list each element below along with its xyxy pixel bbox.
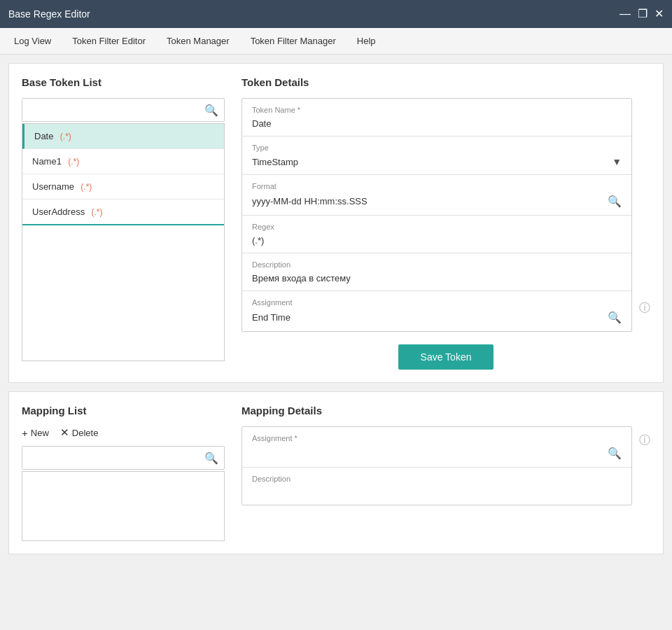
app-title: Base Regex Editor — [8, 8, 90, 20]
token-name-input[interactable] — [252, 118, 622, 129]
title-bar: Base Regex Editor — ❐ ✕ — [0, 0, 672, 28]
token-details-box: Token Name * Type TimeStamp ▼ — [241, 98, 632, 332]
token-name-value — [252, 118, 622, 129]
token-section: Base Token List 🔍 Date (.*) Name1 (.*) U… — [8, 63, 664, 383]
save-token-button[interactable]: Save Token — [398, 344, 494, 370]
menu-token-filter-editor[interactable]: Token Filter Editor — [72, 36, 146, 46]
token-details-panel: Token Details Token Name * Type Ti — [241, 76, 650, 370]
menu-help[interactable]: Help — [357, 36, 376, 46]
maximize-button[interactable]: ❐ — [638, 8, 648, 20]
mapping-search-input[interactable] — [28, 453, 204, 463]
mapping-assignment-value: 🔍 — [252, 447, 622, 460]
mapping-description-label: Description — [252, 475, 622, 483]
token-search-input[interactable] — [28, 105, 204, 115]
mapping-details-box: Assignment * 🔍 Description — [241, 426, 632, 505]
mapping-delete-button[interactable]: ✕ Delete — [60, 426, 99, 439]
mapping-search-box: 🔍 — [22, 446, 225, 470]
token-assignment-search-icon[interactable]: 🔍 — [608, 311, 622, 324]
delete-label: Delete — [72, 428, 99, 438]
new-icon: + — [22, 427, 28, 439]
token-badge-username: (.*) — [78, 182, 92, 192]
token-format-search-icon[interactable]: 🔍 — [608, 195, 622, 208]
mapping-actions: + New ✕ Delete — [22, 426, 225, 439]
token-type-value: TimeStamp ▼ — [252, 156, 622, 167]
mapping-assignment-input[interactable] — [252, 448, 608, 458]
token-badge-useraddress: (.*) — [89, 207, 102, 217]
token-description-info-icon[interactable]: ⓘ — [639, 301, 650, 316]
token-name-field: Token Name * — [242, 99, 631, 136]
mapping-details-panel: Mapping Details Assignment * 🔍 Descripti… — [241, 405, 650, 541]
token-name-useraddress: UserAddress — [32, 206, 85, 217]
mapping-description-value — [252, 487, 622, 498]
token-details-fields-row: Token Name * Type TimeStamp ▼ — [241, 98, 650, 332]
token-name-date: Date — [34, 131, 53, 141]
token-type-text: TimeStamp — [252, 157, 298, 167]
new-label: New — [31, 428, 49, 438]
token-name-name1: Name1 — [32, 156, 62, 167]
base-token-list-panel: Base Token List 🔍 Date (.*) Name1 (.*) U… — [22, 76, 225, 370]
save-btn-row: Save Token — [241, 344, 650, 370]
token-description-field: Description — [242, 253, 631, 291]
token-badge-date: (.*) — [57, 132, 71, 141]
token-details-title: Token Details — [241, 76, 650, 88]
mapping-description-input[interactable] — [252, 487, 622, 498]
delete-icon: ✕ — [60, 426, 69, 439]
token-description-label: Description — [252, 260, 622, 269]
close-button[interactable]: ✕ — [654, 8, 664, 20]
token-item-date[interactable]: Date (.*) — [22, 124, 224, 149]
token-badge-name1: (.*) — [66, 157, 79, 167]
mapping-description-field: Description — [242, 468, 631, 505]
mapping-assignment-info-icon[interactable]: ⓘ — [639, 433, 650, 448]
mapping-details-title: Mapping Details — [241, 405, 650, 416]
token-type-dropdown[interactable]: ▼ — [612, 156, 622, 167]
mapping-assignment-field: Assignment * 🔍 — [242, 427, 631, 468]
token-name-username: Username — [32, 181, 74, 192]
mapping-assignment-search-icon[interactable]: 🔍 — [608, 447, 622, 460]
menu-log-view[interactable]: Log View — [14, 36, 51, 46]
token-item-useraddress[interactable]: UserAddress (.*) — [22, 200, 224, 225]
token-regex-label: Regex — [252, 223, 622, 231]
token-description-input[interactable] — [252, 273, 622, 284]
token-search-box: 🔍 — [22, 98, 225, 122]
token-type-field: Type TimeStamp ▼ — [242, 136, 631, 175]
token-format-value: 🔍 — [252, 195, 622, 208]
token-regex-value — [252, 235, 622, 246]
mapping-details-row: Assignment * 🔍 Description ⓘ — [241, 426, 650, 505]
menu-token-filter-manager[interactable]: Token Filter Manager — [251, 36, 336, 46]
main-content: Base Token List 🔍 Date (.*) Name1 (.*) U… — [0, 55, 672, 630]
mapping-list-container — [22, 471, 225, 541]
menu-bar: Log View Token Filter Editor Token Manag… — [0, 28, 672, 55]
base-token-list-title: Base Token List — [22, 76, 225, 88]
token-item-name1[interactable]: Name1 (.*) — [22, 149, 224, 174]
token-name-label: Token Name * — [252, 106, 622, 114]
mapping-search-icon[interactable]: 🔍 — [204, 451, 218, 465]
window-controls: — ❐ ✕ — [620, 8, 664, 20]
token-format-input[interactable] — [252, 196, 608, 206]
token-regex-input[interactable] — [252, 235, 622, 246]
token-assignment-input[interactable] — [252, 312, 608, 323]
token-assignment-label: Assignment — [252, 298, 622, 307]
token-regex-field: Regex — [242, 216, 631, 253]
mapping-assignment-label: Assignment * — [252, 434, 622, 442]
token-format-label: Format — [252, 182, 622, 190]
token-description-value — [252, 273, 622, 284]
mapping-list-panel: Mapping List + New ✕ Delete 🔍 — [22, 405, 225, 541]
token-format-field: Format 🔍 — [242, 175, 631, 216]
mapping-section: Mapping List + New ✕ Delete 🔍 Mapping De… — [8, 391, 664, 554]
token-search-icon[interactable]: 🔍 — [204, 104, 218, 117]
mapping-new-button[interactable]: + New — [22, 426, 49, 439]
token-type-label: Type — [252, 144, 622, 152]
token-assignment-value: 🔍 — [252, 311, 622, 324]
menu-token-manager[interactable]: Token Manager — [167, 36, 230, 46]
token-list-container: Date (.*) Name1 (.*) Username (.*) UserA… — [22, 123, 225, 361]
token-assignment-field: Assignment 🔍 — [242, 291, 631, 331]
token-item-username[interactable]: Username (.*) — [22, 174, 224, 200]
mapping-list-title: Mapping List — [22, 405, 225, 416]
minimize-button[interactable]: — — [620, 8, 631, 20]
